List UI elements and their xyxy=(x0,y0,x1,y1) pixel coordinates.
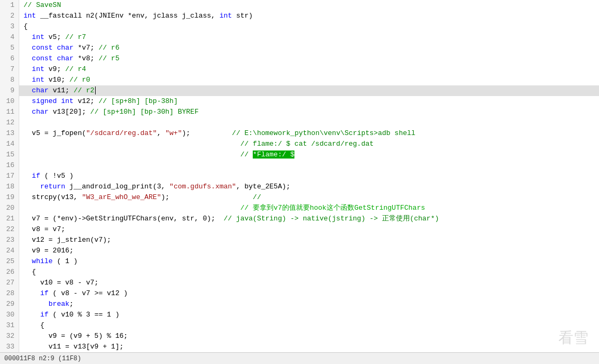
line-number: 13 xyxy=(0,128,19,139)
line-content: while ( 1 ) xyxy=(19,256,599,267)
line-number: 12 xyxy=(0,117,19,128)
plain-token: str) xyxy=(232,12,253,20)
comment-token: // r4 xyxy=(65,65,86,73)
kw-token: if xyxy=(24,311,49,319)
code-line: 8 int v10; // r0 xyxy=(0,75,599,85)
line-content: v9 = (v9 + 5) % 16; xyxy=(19,331,599,342)
line-number: 28 xyxy=(0,288,19,299)
plain-token: __fastcall n2(JNIEnv *env, jclass j_clas… xyxy=(36,12,219,20)
plain-token: v7 = (*env)->GetStringUTFChars(env, str,… xyxy=(24,215,223,223)
plain-token: v12 = j_strlen(v7); xyxy=(24,236,111,244)
line-number: 30 xyxy=(0,310,19,320)
plain-token: ( v8 - v7 >= v12 ) xyxy=(49,289,128,297)
code-line: 14 // flame:/ $ cat /sdcard/reg.dat xyxy=(0,139,599,149)
plain-token: v10 = v8 - v7; xyxy=(24,279,98,287)
type-token: char xyxy=(32,86,49,94)
type-token: int xyxy=(32,76,44,84)
plain-token: v11; xyxy=(49,86,74,94)
plain-token: ( !v5 ) xyxy=(40,172,73,180)
code-line: 13 v5 = j_fopen("/sdcard/reg.dat", "w+")… xyxy=(0,128,599,139)
plain-token xyxy=(24,86,32,94)
comment-token: // java(String) -> native(jstring) -> 正常… xyxy=(223,215,439,223)
plain-token: v8 = v7; xyxy=(24,225,65,233)
code-editor: 1// SaveSN2int __fastcall n2(JNIEnv *env… xyxy=(0,0,599,364)
code-line: 6 const char *v8; // r5 xyxy=(0,53,599,64)
kw-token: return xyxy=(40,183,65,191)
plain-token xyxy=(24,44,32,52)
code-line: 1// SaveSN xyxy=(0,0,599,11)
line-number: 16 xyxy=(0,160,19,171)
line-content: strcpy(v13, "W3_arE_whO_we_ARE"); // xyxy=(19,192,599,203)
code-line: 33 v11 = v13[v9 + 1]; xyxy=(0,342,599,352)
plain-token xyxy=(24,108,32,116)
plain-token: { xyxy=(24,268,36,276)
comment-token: // r0 xyxy=(69,76,90,84)
line-content: v5 = j_fopen("/sdcard/reg.dat", "w+"); /… xyxy=(19,128,599,139)
type-token: char xyxy=(32,108,49,116)
line-number: 23 xyxy=(0,235,19,246)
plain-token xyxy=(24,33,32,41)
plain-token: v9 = (v9 + 5) % 16; xyxy=(24,332,128,340)
plain-token: v9; xyxy=(44,65,65,73)
comment-token: // r7 xyxy=(65,33,86,41)
plain-token: , xyxy=(157,129,166,137)
line-number: 5 xyxy=(0,43,19,53)
code-line: 2int __fastcall n2(JNIEnv *env, jclass j… xyxy=(0,11,599,21)
plain-token: ); xyxy=(182,129,232,137)
line-content: { xyxy=(19,21,599,32)
comment-prefix: // xyxy=(240,151,253,159)
line-number: 10 xyxy=(0,96,19,107)
string-token: "/sdcard/reg.dat" xyxy=(86,129,157,137)
line-number: 18 xyxy=(0,181,19,192)
code-line: 7 int v9; // r4 xyxy=(0,64,599,75)
kw-token: while xyxy=(24,257,53,265)
line-content: v12 = j_strlen(v7); xyxy=(19,235,599,246)
line-content: signed int v12; // [sp+8h] [bp-38h] xyxy=(19,96,599,107)
code-line: 10 signed int v12; // [sp+8h] [bp-38h] xyxy=(0,96,599,107)
plain-token: ( 1 ) xyxy=(53,257,78,265)
kw-token: const xyxy=(32,44,53,52)
line-number: 8 xyxy=(0,75,19,85)
kw-token: signed xyxy=(32,97,57,105)
type-token: int xyxy=(24,12,36,20)
line-content: break; xyxy=(19,299,599,310)
line-content: int v5; // r7 xyxy=(19,32,599,43)
line-content: int __fastcall n2(JNIEnv *env, jclass j_… xyxy=(19,11,599,21)
line-number: 2 xyxy=(0,11,19,21)
plain-token xyxy=(24,204,240,212)
string-token: "com.gdufs.xman" xyxy=(169,183,236,191)
comment-token: // E:\homework_python\venv\Scripts>adb s… xyxy=(232,129,415,137)
comment-token: // [sp+8h] [bp-38h] xyxy=(98,97,177,105)
comment-token: // SaveSN xyxy=(24,1,61,9)
plain-token xyxy=(24,76,32,84)
comment-chinese: // 要拿到v7的值就要hook这个函数GetStringUTFChars xyxy=(240,204,425,212)
code-line: 20 // 要拿到v7的值就要hook这个函数GetStringUTFChars xyxy=(0,203,599,213)
comment-token: // r2 xyxy=(74,86,95,94)
type-token: int xyxy=(220,12,232,20)
line-content: const char *v7; // r6 xyxy=(19,43,599,53)
comment-token: // [sp+10h] [bp-30h] BYREF xyxy=(90,108,199,116)
code-line: 31 { xyxy=(0,320,599,331)
string-token: "W3_arE_whO_we_ARE" xyxy=(82,193,161,201)
code-line: 19 strcpy(v13, "W3_arE_whO_we_ARE"); // xyxy=(0,192,599,203)
line-number: 9 xyxy=(0,85,19,96)
code-line: 4 int v5; // r7 xyxy=(0,32,599,43)
plain-token xyxy=(24,54,32,62)
line-content: // SaveSN xyxy=(19,0,599,11)
line-content: return j__android_log_print(3, "com.gduf… xyxy=(19,181,599,192)
plain-token: ( v10 % 3 == 1 ) xyxy=(49,311,120,319)
type-token: char xyxy=(57,44,73,52)
line-number: 11 xyxy=(0,107,19,117)
code-line: 24 v9 = 2016; xyxy=(0,246,599,256)
highlighted-text: *Flame:/ $ xyxy=(253,151,294,159)
line-content: v11 = v13[v9 + 1]; xyxy=(19,342,599,352)
line-content: { xyxy=(19,320,599,331)
code-line: 22 v8 = v7; xyxy=(0,224,599,235)
line-number: 24 xyxy=(0,246,19,256)
line-number: 3 xyxy=(0,21,19,32)
code-line: 12 xyxy=(0,117,599,128)
type-token: int xyxy=(32,65,44,73)
line-content: v8 = v7; xyxy=(19,224,599,235)
code-line: 25 while ( 1 ) xyxy=(0,256,599,267)
kw-token: const xyxy=(32,54,53,62)
